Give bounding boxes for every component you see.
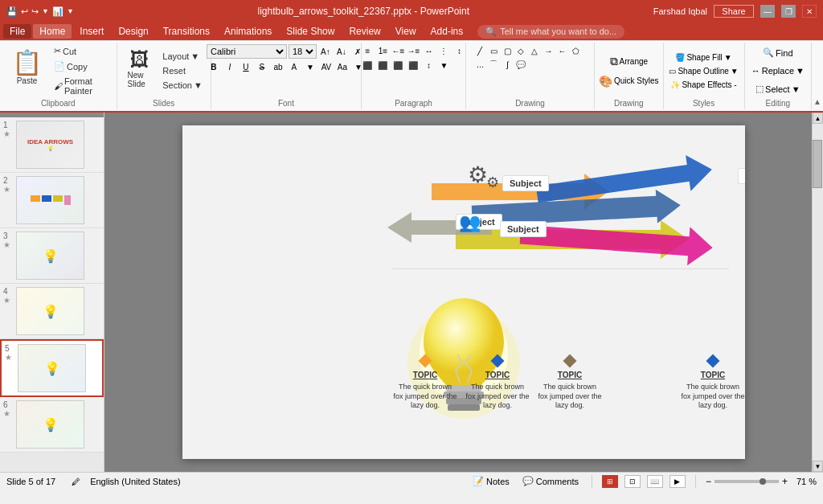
menu-review[interactable]: Review: [342, 24, 387, 39]
bullets-button[interactable]: ≡: [360, 44, 375, 57]
shape-fill-button[interactable]: 🪣Shape Fill▼: [671, 51, 735, 64]
shape-outline-button[interactable]: ▭Shape Outline▼: [665, 65, 742, 77]
shape-more[interactable]: …: [473, 58, 486, 71]
save-icon[interactable]: 💾: [6, 6, 18, 17]
zoom-slider[interactable]: [714, 480, 779, 483]
line-spacing-button[interactable]: ↕: [421, 59, 436, 72]
slide-thumb-2[interactable]: 2 ★: [0, 173, 104, 228]
slide-thumb-6[interactable]: 6 ★ 💡: [0, 397, 104, 453]
font-decrease-button[interactable]: A↓: [334, 45, 349, 58]
char-spacing-button[interactable]: AV: [319, 60, 334, 73]
menu-view[interactable]: View: [389, 24, 423, 39]
scroll-thumb[interactable]: [813, 140, 822, 188]
format-painter-button[interactable]: 🖌Format Painter: [51, 75, 112, 97]
font-color-button[interactable]: A: [287, 60, 301, 73]
bold-button[interactable]: B: [207, 60, 221, 73]
menu-addins[interactable]: Add-ins: [424, 24, 470, 39]
font-replace-button[interactable]: Aa: [335, 60, 350, 73]
menu-transitions[interactable]: Transitions: [157, 24, 216, 39]
reading-view-button[interactable]: 📖: [647, 475, 663, 488]
shape-arc[interactable]: ⌒: [487, 58, 500, 71]
menu-home[interactable]: Home: [33, 24, 72, 39]
columns-button[interactable]: ⋮: [436, 44, 451, 57]
smart-art-button[interactable]: ↔: [421, 44, 436, 57]
increase-indent-button[interactable]: →≡: [406, 44, 420, 57]
share-button[interactable]: Share: [714, 5, 754, 18]
align-left-button[interactable]: ⬛: [360, 59, 375, 72]
font-increase-button[interactable]: A↑: [318, 45, 333, 58]
select-button[interactable]: ⬚Select▼: [750, 81, 805, 96]
scroll-down[interactable]: ▼: [813, 461, 823, 472]
underline-button[interactable]: U: [239, 60, 253, 73]
tell-me-bar[interactable]: 🔍 Tell me what you want to do...: [477, 25, 624, 39]
new-slide-button[interactable]: 🖼 New Slide: [122, 44, 158, 92]
justify-button[interactable]: ⬛: [406, 59, 420, 72]
zoom-out-button[interactable]: −: [706, 476, 711, 487]
find-button[interactable]: 🔍Find: [757, 45, 798, 60]
restore-button[interactable]: ❐: [781, 5, 796, 18]
quick-access-toolbar[interactable]: 💾 ↩ ↪ ▼ 📊 ▼: [6, 6, 74, 17]
shape-arrow-right[interactable]: →: [542, 44, 555, 57]
line-spacing-arrow[interactable]: ▼: [436, 59, 451, 72]
slide-thumb-4[interactable]: 4 ★ 💡: [0, 284, 104, 339]
presenter-view-button[interactable]: ▶: [669, 475, 686, 488]
align-center-button[interactable]: ⬛: [375, 59, 390, 72]
paste-button[interactable]: 📋 Paste: [5, 44, 49, 92]
shape-arrow-left[interactable]: ←: [555, 44, 568, 57]
font-color-arrow[interactable]: ▼: [303, 60, 317, 73]
text-direction-button[interactable]: ↕: [452, 44, 466, 57]
shape-triangle[interactable]: △: [528, 44, 541, 57]
align-right-button[interactable]: ⬛: [391, 59, 405, 72]
quick-styles-button[interactable]: 🎨 Quick Styles: [596, 73, 662, 89]
slide-sorter-button[interactable]: ⊡: [624, 475, 641, 488]
slide-thumb-5[interactable]: 5 ★ 💡: [0, 339, 104, 397]
subject-label-2[interactable]: Subject: [738, 168, 745, 184]
section-button[interactable]: Section ▼: [159, 79, 206, 92]
slide-thumb-1[interactable]: 1 ★ IDEA ARROWS 💡: [0, 117, 104, 173]
shape-rect[interactable]: ▭: [487, 44, 500, 57]
language[interactable]: English (United States): [90, 477, 181, 486]
reset-button[interactable]: Reset: [159, 64, 206, 77]
shape-curve[interactable]: ∫: [501, 58, 514, 71]
font-family-select[interactable]: Calibri: [207, 44, 287, 59]
menu-animations[interactable]: Animations: [218, 24, 278, 39]
shape-line[interactable]: ╱: [473, 44, 486, 57]
menu-insert[interactable]: Insert: [73, 24, 110, 39]
undo-icon[interactable]: ↩: [21, 6, 28, 17]
subject-label-1[interactable]: Subject: [502, 175, 549, 191]
ribbon-collapse[interactable]: ▲: [812, 96, 823, 108]
shape-pentagon[interactable]: ⬠: [569, 44, 582, 57]
shape-callout[interactable]: 💬: [514, 58, 527, 71]
zoom-in-button[interactable]: +: [782, 476, 788, 487]
arrange-button[interactable]: ⧉ Arrange: [607, 53, 652, 70]
menu-slideshow[interactable]: Slide Show: [280, 24, 341, 39]
zoom-level[interactable]: 71 %: [791, 477, 817, 486]
font-size-select[interactable]: 18: [289, 44, 317, 59]
shadow-button[interactable]: ab: [271, 60, 285, 73]
scroll-up[interactable]: ▲: [813, 113, 823, 124]
more-icon[interactable]: ▼: [67, 7, 74, 15]
cut-button[interactable]: ✂Cut: [51, 44, 112, 58]
menu-design[interactable]: Design: [112, 24, 154, 39]
replace-button[interactable]: ↔Replace▼: [746, 64, 810, 78]
notes-button[interactable]: 📝 Notes: [469, 475, 513, 487]
italic-button[interactable]: I: [223, 60, 237, 73]
slide-canvas[interactable]: Subject Subject Subject Subject Subject …: [182, 125, 745, 459]
minimize-button[interactable]: —: [760, 5, 775, 18]
vertical-scrollbar[interactable]: ▲ ▼: [812, 113, 823, 472]
copy-button[interactable]: 📄Copy: [51, 59, 112, 73]
menu-file[interactable]: File: [3, 24, 31, 39]
present-icon[interactable]: 📊: [52, 6, 63, 17]
strikethrough-button[interactable]: S: [255, 60, 269, 73]
shape-rounded-rect[interactable]: ▢: [501, 44, 514, 57]
shape-effects-button[interactable]: ✨Shape Effects -: [666, 79, 740, 91]
decrease-indent-button[interactable]: ←≡: [391, 44, 405, 57]
customize-icon[interactable]: ▼: [42, 7, 49, 15]
shape-diamond[interactable]: ◇: [514, 44, 527, 57]
comments-button[interactable]: 💬 Comments: [519, 475, 582, 487]
redo-icon[interactable]: ↪: [31, 6, 39, 17]
numbering-button[interactable]: 1≡: [375, 44, 390, 57]
slide-thumb-3[interactable]: 3 ★ 💡: [0, 228, 104, 284]
layout-button[interactable]: Layout ▼: [159, 50, 206, 63]
subject-label-4[interactable]: Subject: [500, 221, 547, 237]
